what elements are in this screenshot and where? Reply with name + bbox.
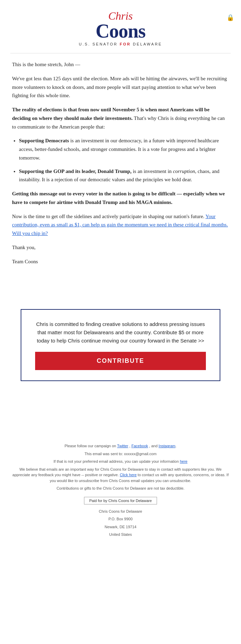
- email-wrapper: 🔒 Chris Coons U.S. SENATOR FOR DELAWARE …: [0, 0, 241, 644]
- address-line2: P.O. Box 9900: [10, 516, 231, 522]
- email-footer: Please follow our campaign on Twitter , …: [0, 436, 241, 550]
- bullet2-bold: Supporting the GOP and its leader, Donal…: [19, 168, 132, 174]
- bullet1-bold: Supporting Democrats: [19, 138, 69, 143]
- lock-icon-wrap: 🔒: [227, 14, 234, 21]
- paid-by-text: Paid for by Chris Coons for Delaware: [89, 499, 152, 503]
- update-link[interactable]: here: [180, 459, 187, 463]
- cta-text: Chris is committed to finding creative s…: [35, 320, 206, 345]
- twitter-link[interactable]: Twitter: [117, 444, 128, 448]
- para5: Thank you,: [12, 243, 229, 252]
- instagram-link[interactable]: Instagram: [159, 444, 176, 448]
- logo-subtitle-pre: U.S. SENATOR: [79, 42, 120, 46]
- address-line4: United States: [10, 532, 231, 538]
- bullet2-rest1: is an investment in: [132, 168, 173, 174]
- spacer-section: [0, 275, 241, 309]
- para6: Team Coons: [12, 257, 229, 266]
- logo-subtitle: U.S. SENATOR FOR DELAWARE: [7, 42, 234, 46]
- para4: Now is the time to get off the sidelines…: [12, 212, 229, 238]
- para4-pre: Now is the time to get off the sidelines…: [12, 214, 206, 219]
- social-line: Please follow our campaign on Twitter , …: [10, 443, 231, 449]
- spacer-bottom: [0, 381, 241, 436]
- logo-subtitle-for: FOR: [120, 42, 131, 46]
- sent-to-email: xxxxxx@gmail.com: [124, 452, 156, 456]
- click-here-link[interactable]: Click here: [120, 473, 137, 477]
- lock-icon: 🔒: [227, 14, 234, 21]
- social-end: .: [176, 444, 177, 448]
- sent-to-line: This email was sent to: xxxxxx@gmail.com: [10, 451, 231, 457]
- contributions-note: Contributions or gifts to the Chris Coon…: [10, 485, 231, 491]
- social-and: , and: [148, 444, 159, 448]
- para3: Getting this message out to every voter …: [12, 190, 229, 207]
- email-body: This is the home stretch, John — We've g…: [0, 53, 241, 275]
- bullet-list: Supporting Democrats is an investment in…: [19, 136, 229, 184]
- facebook-link[interactable]: Facebook: [132, 444, 148, 448]
- greeting-para: This is the home stretch, John —: [12, 60, 229, 69]
- address-line1: Chris Coons for Delaware: [10, 509, 231, 514]
- cta-box: Chris is committed to finding creative s…: [21, 309, 220, 381]
- contribute-button[interactable]: CONTRIBUTE: [35, 352, 206, 370]
- update-info-line: If that is not your preferred email addr…: [10, 459, 231, 464]
- para1: We've got less than 125 days until the e…: [12, 74, 229, 100]
- logo-subtitle-post: DELAWARE: [131, 42, 162, 46]
- address-line3: Newark, DE 19714: [10, 524, 231, 530]
- para3-bold: Getting this message out to every voter …: [12, 191, 225, 205]
- para2: The reality of elections is that from no…: [12, 105, 229, 131]
- social-pre: Please follow our campaign on: [64, 444, 117, 448]
- social-comma: ,: [128, 444, 130, 448]
- bullet-item-1: Supporting Democrats is an investment in…: [19, 136, 229, 162]
- footer-address: Chris Coons for Delaware P.O. Box 9900 N…: [10, 509, 231, 538]
- paid-by-box: Paid for by Chris Coons for Delaware: [84, 497, 157, 504]
- bullet-item-2: Supporting the GOP and its leader, Donal…: [19, 167, 229, 184]
- logo-chris: Chris: [7, 10, 234, 21]
- feedback-line: We believe that emails are an important …: [10, 467, 231, 484]
- email-header: Chris Coons U.S. SENATOR FOR DELAWARE: [0, 0, 241, 53]
- sent-to-pre: This email was sent to:: [84, 452, 124, 456]
- bullet2-italic: corruption,: [173, 168, 196, 174]
- update-pre: If that is not your preferred email addr…: [54, 459, 180, 463]
- logo-coons: Coons: [7, 21, 234, 41]
